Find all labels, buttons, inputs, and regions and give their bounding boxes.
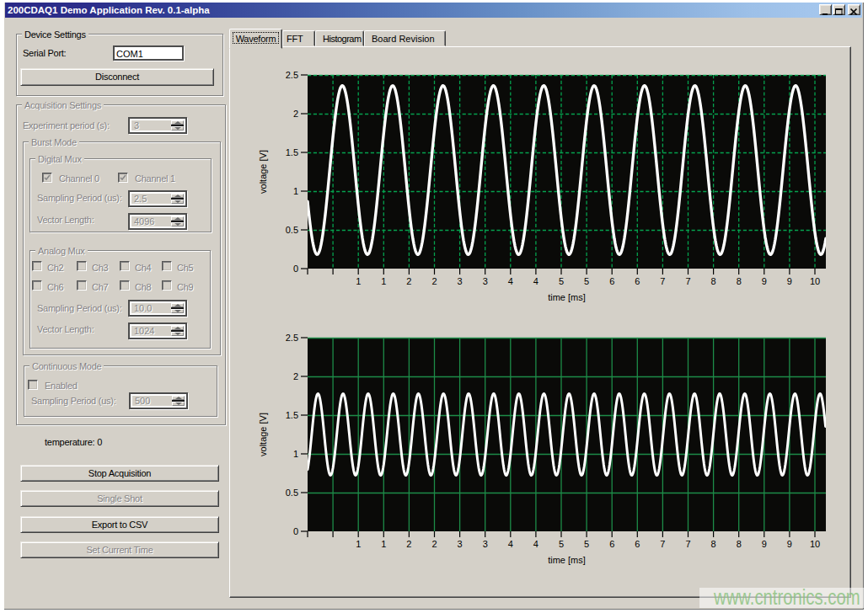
svg-text:6: 6: [609, 276, 614, 286]
svg-text:voltage [V]: voltage [V]: [258, 150, 268, 194]
svg-text:2.5: 2.5: [286, 70, 298, 80]
svg-text:1: 1: [293, 186, 298, 196]
svg-text:4: 4: [508, 539, 513, 549]
svg-text:7: 7: [660, 276, 665, 286]
svg-text:2: 2: [293, 109, 298, 119]
svg-text:voltage [V]: voltage [V]: [258, 413, 268, 456]
svg-text:6: 6: [635, 276, 640, 286]
svg-text:5: 5: [584, 539, 589, 549]
svg-text:9: 9: [787, 276, 792, 286]
svg-text:5: 5: [559, 539, 564, 549]
svg-text:10: 10: [810, 539, 820, 549]
svg-text:8: 8: [711, 276, 716, 286]
svg-text:1.5: 1.5: [286, 147, 298, 157]
svg-text:3: 3: [458, 539, 463, 549]
svg-text:2.5: 2.5: [286, 333, 298, 343]
svg-text:5: 5: [584, 276, 589, 286]
svg-text:2: 2: [406, 539, 411, 549]
svg-text:4: 4: [533, 276, 538, 286]
svg-text:4: 4: [508, 276, 513, 286]
svg-text:7: 7: [685, 539, 690, 549]
svg-text:8: 8: [737, 276, 742, 286]
svg-text:3: 3: [458, 276, 463, 286]
svg-text:0.5: 0.5: [286, 225, 298, 235]
svg-text:8: 8: [711, 539, 716, 549]
svg-text:7: 7: [685, 276, 690, 286]
svg-text:1: 1: [293, 449, 298, 459]
svg-text:0: 0: [293, 526, 298, 536]
svg-text:time [ms]: time [ms]: [548, 555, 586, 565]
svg-text:2: 2: [293, 371, 298, 381]
svg-text:1: 1: [381, 539, 386, 549]
svg-text:2: 2: [406, 276, 411, 286]
svg-text:9: 9: [787, 539, 792, 549]
svg-text:4: 4: [533, 539, 538, 549]
svg-text:3: 3: [483, 539, 488, 549]
svg-text:2: 2: [431, 276, 437, 286]
svg-text:0: 0: [293, 264, 298, 274]
svg-text:1: 1: [356, 539, 361, 549]
svg-text:5: 5: [559, 276, 564, 286]
svg-text:3: 3: [483, 276, 488, 286]
svg-text:time [ms]: time [ms]: [548, 292, 586, 302]
svg-text:7: 7: [660, 539, 665, 549]
svg-text:9: 9: [762, 276, 767, 286]
svg-text:6: 6: [635, 539, 640, 549]
svg-text:1.5: 1.5: [286, 410, 298, 420]
svg-text:8: 8: [737, 539, 742, 549]
svg-text:0.5: 0.5: [286, 488, 298, 498]
svg-text:1: 1: [381, 276, 386, 286]
svg-text:2: 2: [431, 539, 437, 549]
svg-text:10: 10: [810, 276, 820, 286]
svg-text:9: 9: [762, 539, 767, 549]
svg-text:1: 1: [356, 276, 361, 286]
svg-text:6: 6: [609, 539, 614, 549]
